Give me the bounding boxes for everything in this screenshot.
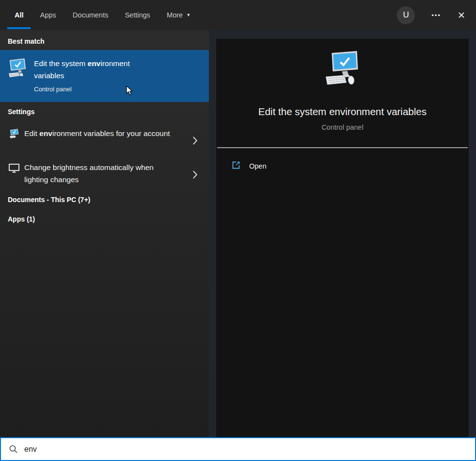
chevron-right-icon[interactable] [175,123,209,156]
search-flyout-window: All Apps Documents Settings More ▼ U •••… [0,0,476,461]
computer-check-large-icon [319,49,366,89]
tab-all[interactable]: All [15,0,24,30]
tab-all-label: All [15,11,24,19]
result-change-brightness[interactable]: Change brightness automatically when lig… [0,157,209,190]
tab-apps-label: Apps [40,11,56,19]
preview-panel: Edit the system environment variables Co… [216,39,469,437]
best-match-subtitle: Control panel [34,85,160,93]
more-options-icon[interactable]: ••• [431,12,441,19]
best-match-title: Edit the system environment variables [34,57,160,82]
result-title: Change brightness automatically when lig… [24,157,175,190]
search-icon [9,444,18,454]
computer-check-small-icon [0,123,24,156]
settings-section-header: Settings [8,108,34,116]
active-tab-underline [7,27,31,29]
results-panel: Best match Edit the system environment v… [0,30,209,438]
user-avatar[interactable]: U [397,6,415,24]
tab-more-label: More [167,11,183,19]
result-title: Edit environment variables for your acco… [24,123,175,156]
tab-documents[interactable]: Documents [73,0,108,30]
best-match-header: Best match [8,37,44,45]
search-bar[interactable] [0,437,476,461]
top-filter-bar: All Apps Documents Settings More ▼ U •••… [0,0,476,30]
tab-documents-label: Documents [73,11,108,19]
avatar-initial: U [403,10,409,20]
separator [217,147,468,148]
best-match-result[interactable]: Edit the system environment variables Co… [0,50,209,102]
open-label: Open [249,162,266,170]
close-icon[interactable]: ✕ [458,10,465,21]
chevron-down-icon: ▼ [186,13,190,17]
tab-more[interactable]: More ▼ [167,0,190,30]
open-action[interactable]: Open [216,160,469,172]
documents-section-header[interactable]: Documents - This PC (7+) [8,196,90,204]
tab-settings[interactable]: Settings [125,0,150,30]
tab-apps[interactable]: Apps [40,0,56,30]
preview-subtitle: Control panel [322,123,363,131]
monitor-outline-icon [0,157,24,190]
result-edit-env-account[interactable]: Edit environment variables for your acco… [0,123,209,156]
open-external-icon [231,160,241,172]
tab-settings-label: Settings [125,11,150,19]
filter-tabs: All Apps Documents Settings More ▼ [15,0,190,30]
preview-title: Edit the system environment variables [258,106,426,118]
chevron-right-icon[interactable] [175,157,209,190]
apps-section-header[interactable]: Apps (1) [8,215,35,223]
search-input[interactable] [24,445,413,454]
topbar-controls: U ••• ✕ [397,0,465,30]
best-match-text: Edit the system environment variables Co… [34,57,160,93]
computer-check-icon [6,57,29,82]
